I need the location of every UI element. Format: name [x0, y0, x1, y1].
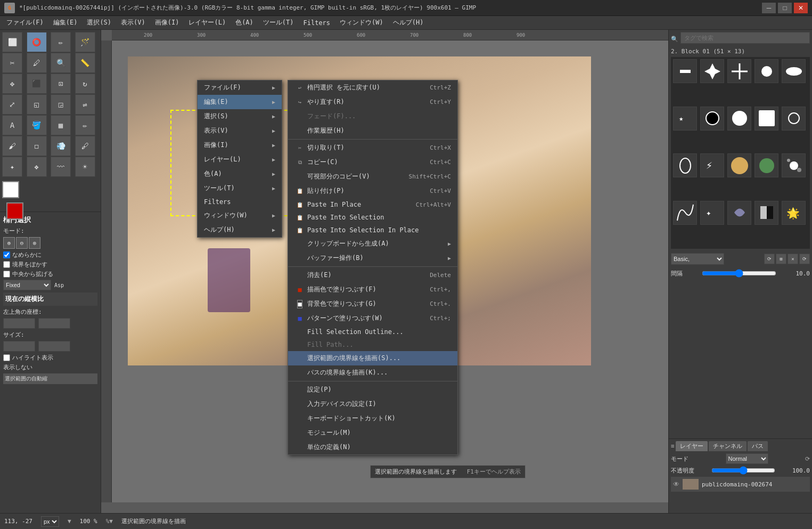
brush-item[interactable] — [754, 107, 778, 131]
tool-smudge[interactable]: 〰 — [51, 157, 71, 177]
edit-paste-into-selection-inplace[interactable]: 📋 Paste Into Selection In Place — [288, 224, 457, 237]
edit-paste-in-place[interactable]: 📋 Paste In Place Ctrl+Alt+V — [288, 198, 457, 211]
tool-heal[interactable]: ✦ — [2, 157, 22, 177]
edit-undo[interactable]: ↩ 楕円選択 を元に戻す(U) Ctrl+Z — [288, 80, 457, 95]
menu-edit[interactable]: 編集(E) — [49, 17, 82, 29]
ctx-tools[interactable]: ツール(T)▶ — [198, 181, 282, 196]
feather-checkbox[interactable] — [3, 261, 10, 268]
brush-item[interactable] — [727, 107, 751, 131]
menu-view[interactable]: 表示(V) — [117, 17, 150, 29]
tool-pencil[interactable]: ✏ — [75, 115, 95, 135]
brush-item[interactable]: ✦ — [700, 201, 724, 225]
brush-item[interactable] — [754, 201, 778, 225]
brush-btn-1[interactable]: ⟳ — [764, 254, 775, 264]
tool-rotate[interactable]: ↻ — [75, 74, 95, 94]
tool-ink[interactable]: 🖋 — [75, 136, 95, 156]
brush-search-input[interactable] — [680, 32, 810, 44]
ctx-view[interactable]: 表示(V)▶ — [198, 124, 282, 138]
tool-scale[interactable]: ⤢ — [2, 94, 22, 115]
layer-mode-select[interactable]: Normal — [726, 453, 768, 464]
edit-clipboard-create[interactable]: クリップボードから生成(A) ▶ — [288, 237, 457, 251]
ctx-layer[interactable]: レイヤー(L)▶ — [198, 152, 282, 167]
tab-paths[interactable]: パス — [748, 441, 768, 451]
brush-item[interactable] — [727, 153, 751, 177]
tool-perspective[interactable]: ◲ — [51, 94, 71, 115]
menu-help[interactable]: ヘルプ(H) — [389, 17, 428, 29]
edit-redo[interactable]: ↪ やり直す(R) Ctrl+Y — [288, 95, 457, 109]
menu-filters[interactable]: Filters — [299, 18, 335, 28]
ctx-file[interactable]: ファイル(F)▶ — [198, 80, 282, 95]
brush-item[interactable] — [673, 201, 697, 225]
x-input[interactable]: 113 — [3, 318, 35, 329]
edit-stroke-selection[interactable]: 選択範囲の境界線を描画(S)... — [288, 351, 457, 365]
brush-item[interactable] — [700, 59, 724, 83]
edit-units[interactable]: 単位の定義(N) — [288, 440, 457, 454]
brush-item[interactable] — [673, 59, 697, 83]
edit-copy[interactable]: ⧉ コピー(C) Ctrl+C — [288, 155, 457, 169]
brush-btn-2[interactable]: ⊞ — [776, 254, 786, 264]
edit-clear[interactable]: 消去(E) Delete — [288, 268, 457, 282]
ctx-edit[interactable]: 編集(E)▶ — [198, 95, 282, 109]
brush-btn-3[interactable]: ✕ — [788, 254, 798, 264]
auto-label[interactable]: 選択範囲の自動縮 — [3, 373, 97, 384]
fg-color-swatch[interactable] — [6, 202, 23, 219]
tab-channels[interactable]: チャンネル — [709, 441, 747, 451]
ctx-color[interactable]: 色(A)▶ — [198, 167, 282, 181]
edit-cut[interactable]: ✂ 切り取り(T) Ctrl+X — [288, 141, 457, 155]
edit-paste-into-selection[interactable]: 📋 Paste Into Selection — [288, 211, 457, 224]
close-button[interactable]: ✕ — [794, 3, 808, 13]
smooth-checkbox[interactable] — [3, 251, 10, 258]
mode-btn-2[interactable]: ⊖ — [16, 237, 28, 249]
brush-item[interactable]: ⚡ — [700, 153, 724, 177]
menu-window[interactable]: ウィンドウ(W) — [335, 17, 388, 29]
edit-settings[interactable]: 設定(P) — [288, 382, 457, 397]
brush-item[interactable]: 🌟 — [782, 201, 806, 225]
brush-item[interactable] — [727, 59, 751, 83]
tool-fuzzy-select[interactable]: 🪄 — [75, 32, 95, 52]
tool-bucket[interactable]: 🪣 — [27, 115, 47, 135]
opacity-slider[interactable] — [711, 466, 775, 475]
zoom-dropdown[interactable]: %▼ — [106, 518, 113, 525]
bg-color-swatch[interactable] — [2, 181, 19, 198]
tool-zoom[interactable]: 🔍 — [51, 53, 71, 73]
minimize-button[interactable]: ─ — [762, 3, 776, 13]
tool-clone[interactable]: ❖ — [27, 157, 47, 177]
brush-item[interactable] — [782, 153, 806, 177]
menu-color[interactable]: 色(A) — [231, 17, 258, 29]
edit-stroke-path[interactable]: パスの境界線を描画(K)... — [288, 365, 457, 380]
brush-item[interactable] — [782, 59, 806, 83]
tool-free-select[interactable]: ✏ — [51, 32, 71, 52]
menu-tools[interactable]: ツール(T) — [259, 17, 298, 29]
edit-history[interactable]: 作業履歴(H) — [288, 124, 457, 138]
mode-extra-btn[interactable]: ⟳ — [805, 455, 810, 462]
brush-item[interactable]: ★ — [673, 107, 697, 131]
brush-item[interactable] — [700, 107, 724, 131]
tab-layers[interactable]: レイヤー — [676, 441, 708, 451]
edit-fill-pattern[interactable]: ■ パターンで塗りつぶす(W) Ctrl+; — [288, 311, 457, 325]
tool-dodge[interactable]: ☀ — [75, 157, 95, 177]
ctx-window[interactable]: ウィンドウ(W)▶ — [198, 208, 282, 223]
preset-select[interactable]: Basic, — [671, 253, 724, 265]
menu-file[interactable]: ファイル(F) — [2, 17, 48, 29]
tool-paths[interactable]: 🖊 — [27, 53, 47, 73]
tool-text[interactable]: A — [2, 115, 22, 135]
ctx-select[interactable]: 選択(S)▶ — [198, 109, 282, 124]
tool-crop[interactable]: ⊡ — [51, 74, 71, 94]
tool-paintbrush[interactable]: 🖌 — [2, 136, 22, 156]
tool-eraser[interactable]: ◻ — [27, 136, 47, 156]
mode-btn-1[interactable]: ⊕ — [3, 237, 15, 249]
tool-flip[interactable]: ⇌ — [75, 94, 95, 115]
brush-item[interactable] — [727, 201, 751, 225]
edit-input-devices[interactable]: 入力デバイスの設定(I) — [288, 397, 457, 411]
layer-item[interactable]: 👁 publicdomainq-002674 — [671, 477, 810, 492]
tool-rect-select[interactable]: ⬜ — [2, 32, 22, 52]
edit-modules[interactable]: モジュール(M) — [288, 426, 457, 440]
y-input[interactable]: 106 — [38, 318, 70, 329]
edit-buffer[interactable]: バッファー操作(B) ▶ — [288, 251, 457, 265]
edit-fill-selection-outline[interactable]: Fill Selection Outline... — [288, 325, 457, 338]
brush-btn-4[interactable]: ⟳ — [799, 254, 810, 264]
tool-airbrush[interactable]: 💨 — [51, 136, 71, 156]
maximize-button[interactable]: □ — [778, 3, 792, 13]
menu-layer[interactable]: レイヤー(L) — [184, 17, 230, 29]
height-input[interactable]: 212 — [38, 341, 70, 352]
